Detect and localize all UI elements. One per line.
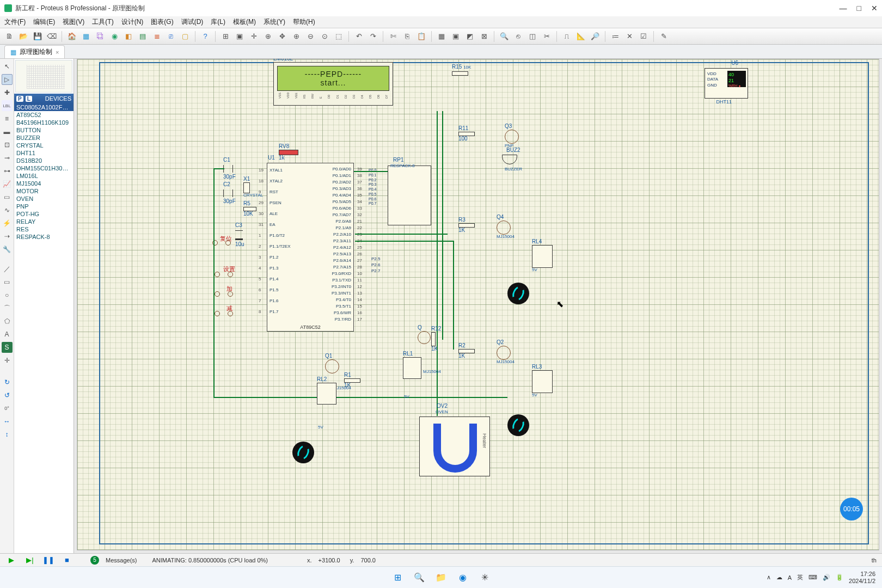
- tray-ime-icon[interactable]: 英: [797, 573, 803, 581]
- device-item[interactable]: BUZZER: [14, 134, 74, 142]
- snap-icon[interactable]: ✛: [248, 30, 260, 42]
- pick-button[interactable]: P: [16, 96, 23, 102]
- goto-icon[interactable]: ⎋: [512, 30, 524, 42]
- save-icon[interactable]: 💾: [32, 30, 44, 42]
- menu-view[interactable]: 视图(V): [63, 17, 84, 27]
- bom-icon[interactable]: ▤: [137, 30, 149, 42]
- block-copy-icon[interactable]: ▦: [436, 30, 448, 42]
- search-icon[interactable]: 🔍: [498, 30, 510, 42]
- tray-a-icon[interactable]: A: [788, 574, 792, 581]
- decompose-icon[interactable]: ✂: [541, 30, 553, 42]
- device-item[interactable]: CRYSTAL: [14, 142, 74, 149]
- open-icon[interactable]: 📂: [17, 30, 29, 42]
- redo-icon[interactable]: ↷: [367, 30, 379, 42]
- menu-file[interactable]: 文件(F): [4, 17, 26, 27]
- cut-icon[interactable]: ✄: [387, 30, 399, 42]
- rotate-ccw-icon[interactable]: ↺: [2, 390, 13, 401]
- probe-i-icon[interactable]: ⇢: [2, 231, 13, 242]
- fan-rl2[interactable]: [292, 442, 314, 463]
- menu-library[interactable]: 库(L): [211, 17, 225, 27]
- probe-v-icon[interactable]: ⚡: [2, 218, 13, 229]
- text-script-icon[interactable]: ≡: [2, 113, 13, 124]
- generator-tool-icon[interactable]: ∿: [2, 205, 13, 216]
- devices-list[interactable]: SC08052A1002FKHFTAT89C52B45196H1106K109B…: [14, 103, 74, 553]
- device-item[interactable]: BUTTON: [14, 126, 74, 134]
- close-project-icon[interactable]: ⌫: [46, 30, 58, 42]
- menu-help[interactable]: 帮助(H): [293, 17, 315, 27]
- tape-tool-icon[interactable]: ▭: [2, 192, 13, 203]
- lcd-display[interactable]: -----PEPD------ start... VSSVDDVEERSRWED…: [273, 62, 393, 106]
- sheet-icon[interactable]: ▣: [234, 30, 246, 42]
- help-qm-icon[interactable]: ▢: [179, 30, 191, 42]
- zoom-in-icon[interactable]: ⊕: [290, 30, 302, 42]
- menu-tools[interactable]: 工具(T): [92, 17, 113, 27]
- device-item[interactable]: SC08052A1002FKHFT: [14, 103, 74, 111]
- graph-tool-icon[interactable]: 📈: [2, 179, 13, 189]
- rp1-box[interactable]: [388, 166, 431, 225]
- tab-close-button[interactable]: ×: [56, 49, 59, 56]
- circle-2d-icon[interactable]: ○: [2, 290, 13, 301]
- compile-icon[interactable]: ☑: [638, 30, 650, 42]
- device-item[interactable]: LM016L: [14, 172, 74, 180]
- junction-tool-icon[interactable]: ✚: [2, 87, 13, 98]
- erc-icon[interactable]: ✎: [658, 30, 670, 42]
- tray-up-icon[interactable]: ∧: [767, 574, 771, 581]
- zoom-fit-icon[interactable]: ⊙: [318, 30, 330, 42]
- device-item[interactable]: DS18B20: [14, 157, 74, 164]
- device-item[interactable]: DHT11: [14, 149, 74, 157]
- tab-schematic[interactable]: ▦ 原理图绘制 ×: [4, 45, 65, 58]
- block-move-icon[interactable]: ▣: [450, 30, 462, 42]
- fan-rl3[interactable]: [507, 414, 529, 436]
- new-icon[interactable]: 🗎: [3, 30, 15, 42]
- block-delete-icon[interactable]: ⊠: [478, 30, 490, 42]
- menu-edit[interactable]: 编辑(E): [33, 17, 55, 27]
- taskbar-time[interactable]: 17:26: [849, 571, 875, 578]
- device-item[interactable]: RELAY: [14, 218, 74, 225]
- dht-module[interactable]: VDD DATA GND 40 21 %RH ●: [705, 68, 748, 99]
- wire-tool-icon[interactable]: ⎍: [561, 30, 573, 42]
- path-2d-icon[interactable]: ⬠: [2, 316, 13, 327]
- device-item[interactable]: B45196H1106K109: [14, 119, 74, 126]
- pcb-icon[interactable]: ⿻: [94, 30, 106, 42]
- code-icon[interactable]: ≣: [151, 30, 163, 42]
- tray-keyboard-icon[interactable]: ⌨: [808, 574, 817, 581]
- property-icon[interactable]: ≔: [609, 30, 621, 42]
- window-minimize-button[interactable]: —: [840, 4, 847, 13]
- menu-graph[interactable]: 图表(G): [151, 17, 173, 27]
- instrument-tool-icon[interactable]: 🔧: [2, 244, 13, 255]
- rotate-cw-icon[interactable]: ↻: [2, 377, 13, 388]
- overview-pane[interactable]: [15, 60, 72, 93]
- sim-step-button[interactable]: ▶|: [24, 555, 36, 565]
- zoom-out-icon[interactable]: ⊖: [304, 30, 316, 42]
- angle-input[interactable]: 0°: [2, 403, 13, 414]
- messages-label[interactable]: Message(s): [106, 557, 137, 564]
- terminal-tool-icon[interactable]: ⊸: [2, 152, 13, 163]
- package-icon[interactable]: ◫: [526, 30, 538, 42]
- vsm-icon[interactable]: ⎚: [165, 30, 177, 42]
- menu-template[interactable]: 模板(M): [233, 17, 256, 27]
- selection-tool-icon[interactable]: ↖: [2, 61, 13, 72]
- searchlib-icon[interactable]: 🔎: [589, 30, 601, 42]
- device-pin-icon[interactable]: ⊶: [2, 166, 13, 176]
- fan-rl4[interactable]: [507, 283, 529, 304]
- text-2d-icon[interactable]: A: [2, 329, 13, 340]
- window-close-button[interactable]: ✕: [871, 4, 878, 13]
- app-taskbar-icon[interactable]: ✳: [477, 570, 492, 585]
- oven[interactable]: Heater: [419, 416, 490, 476]
- schematic-icon[interactable]: ▦: [80, 30, 92, 42]
- device-item[interactable]: MOTOR: [14, 187, 74, 195]
- menu-debug[interactable]: 调试(D): [181, 17, 204, 27]
- bus-tool-icon[interactable]: ▬: [2, 126, 13, 137]
- start-button[interactable]: ⊞: [390, 570, 405, 585]
- tray-battery-icon[interactable]: 🔋: [836, 574, 843, 581]
- menu-design[interactable]: 设计(N): [121, 17, 144, 27]
- device-item[interactable]: RES: [14, 225, 74, 233]
- box-2d-icon[interactable]: ▭: [2, 277, 13, 287]
- window-maximize-button[interactable]: □: [857, 4, 861, 13]
- device-item[interactable]: OHM155C01H3000/201D: [14, 164, 74, 172]
- device-item[interactable]: RESPACK-8: [14, 233, 74, 241]
- messages-count[interactable]: 5: [90, 556, 99, 565]
- mirror-h-icon[interactable]: ↔: [2, 416, 13, 427]
- paste-icon[interactable]: 📋: [415, 30, 427, 42]
- sim-stop-button[interactable]: ■: [61, 555, 73, 565]
